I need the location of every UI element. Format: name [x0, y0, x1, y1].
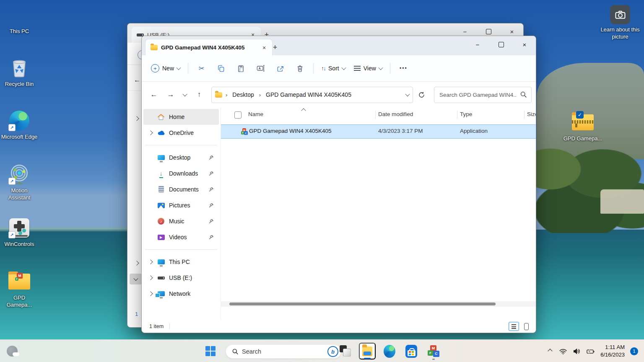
up-button[interactable]: ↑: [191, 87, 207, 102]
large-icons-view-button[interactable]: [521, 322, 532, 331]
background-expand-chevron-icon[interactable]: [134, 116, 139, 121]
motion-assistant-icon: ↗: [8, 163, 31, 185]
pin-icon: [209, 235, 214, 240]
taskbar-file-explorer-button[interactable]: [359, 343, 376, 359]
rename-button[interactable]: [251, 60, 270, 76]
view-icon: [354, 66, 361, 71]
desktop-icon-recycle-bin[interactable]: Recycle Bin: [1, 57, 38, 88]
select-all-checkbox[interactable]: [234, 111, 242, 119]
sidebar-item-home[interactable]: Home: [143, 109, 219, 125]
maximize-button[interactable]: [491, 37, 511, 52]
more-button[interactable]: •••: [394, 60, 413, 76]
selected-checkbox-icon[interactable]: ✓: [576, 111, 584, 119]
new-tab-button[interactable]: +: [269, 41, 281, 53]
breadcrumb-separator: ›: [225, 92, 228, 98]
pin-icon: [209, 171, 214, 176]
column-header-size[interactable]: Size: [527, 111, 536, 117]
column-header-name[interactable]: Name: [248, 111, 263, 117]
column-header-type[interactable]: Type: [460, 111, 472, 117]
taskbar-gpd-installer-button[interactable]: M F C: [425, 343, 442, 359]
sidebar-item-pictures[interactable]: Pictures: [143, 197, 219, 213]
volume-icon[interactable]: [573, 348, 581, 355]
desktop: This PC Recycle Bin ↗ Microsoft Edge: [0, 0, 644, 362]
paste-button[interactable]: [231, 60, 251, 76]
taskbar-search[interactable]: b: [226, 344, 341, 359]
explorer-search[interactable]: [434, 87, 532, 103]
expand-chevron-icon[interactable]: [148, 259, 153, 264]
share-button[interactable]: [270, 60, 290, 76]
sidebar-item-desktop[interactable]: Desktop: [143, 150, 219, 165]
copy-button[interactable]: [211, 60, 231, 76]
more-icon: •••: [400, 65, 408, 71]
horizontal-scrollbar[interactable]: [221, 301, 536, 307]
shortcut-arrow-icon: ↗: [8, 124, 16, 131]
start-button[interactable]: [202, 343, 219, 359]
sidebar-item-downloads[interactable]: ↓ Downloads: [143, 165, 219, 181]
status-bar: 1 item: [142, 320, 536, 333]
battery-charging-icon[interactable]: [586, 348, 595, 355]
command-bar: + New ✂: [142, 55, 536, 82]
active-app-indicator: [364, 358, 371, 359]
desktop-icon-gpd-zip[interactable]: ✓ GPD Gamepa...: [563, 111, 603, 142]
file-name: GPD Gamepad WIN4 X405K405: [249, 128, 332, 134]
sort-button[interactable]: ↑↓ Sort: [317, 62, 350, 75]
background-expand-chevron-icon[interactable]: [134, 261, 139, 265]
desktop-icon-wincontrols[interactable]: ↗ WinControls: [1, 217, 38, 248]
sort-ascending-icon: [301, 108, 306, 113]
column-header-date-modified[interactable]: Date modified: [378, 111, 413, 117]
taskbar-search-input[interactable]: [239, 348, 327, 355]
taskbar-clock[interactable]: 1:11 AM 6/16/2023: [600, 344, 625, 358]
sidebar-item-onedrive[interactable]: OneDrive: [143, 125, 219, 141]
tab-close-button[interactable]: ×: [260, 43, 269, 52]
background-back-button[interactable]: ←: [134, 76, 140, 84]
widgets-weather-icon[interactable]: [7, 346, 18, 357]
explorer-tabbar[interactable]: GPD Gamepad WIN4 X405K405 × + − ×: [142, 36, 536, 55]
view-button[interactable]: View: [350, 62, 387, 75]
microsoft-store-icon: [405, 345, 417, 358]
expand-chevron-icon[interactable]: [148, 291, 153, 296]
wifi-icon[interactable]: [559, 348, 567, 355]
pin-icon: [209, 203, 214, 208]
address-bar[interactable]: › Desktop › GPD Gamepad WIN4 X405K405: [211, 87, 413, 103]
wallpaper-rocks: [600, 189, 644, 214]
file-type: Application: [460, 128, 488, 134]
sidebar-item-videos[interactable]: ▶ Videos: [143, 229, 219, 245]
address-dropdown-chevron-icon[interactable]: [405, 92, 410, 96]
breadcrumb-current-folder[interactable]: GPD Gamepad WIN4 X405K405: [264, 90, 353, 99]
cut-button[interactable]: ✂: [192, 60, 211, 76]
tray-overflow-chevron-icon[interactable]: [548, 349, 552, 353]
expand-chevron-icon[interactable]: [148, 275, 153, 280]
minimize-button[interactable]: −: [468, 37, 487, 52]
breadcrumb-desktop[interactable]: Desktop: [231, 90, 255, 99]
desktop-icon-this-pc[interactable]: This PC: [1, 4, 38, 35]
background-collapse-button[interactable]: [130, 274, 142, 284]
notification-badge[interactable]: 1: [630, 347, 638, 355]
sidebar-item-this-pc[interactable]: This PC: [143, 254, 219, 270]
expand-chevron-icon[interactable]: [148, 130, 153, 135]
desktop-icon-microsoft-edge[interactable]: ↗ Microsoft Edge: [1, 110, 38, 141]
desktop-icon-gpd-folder[interactable]: M F GPD Gamepa...: [1, 271, 38, 309]
close-button[interactable]: ×: [515, 37, 534, 52]
refresh-button[interactable]: [414, 87, 429, 102]
sidebar-item-documents[interactable]: Documents: [143, 181, 219, 197]
sidebar-item-music[interactable]: ♪ Music: [143, 213, 219, 229]
shortcut-arrow-icon: ↗: [8, 178, 16, 185]
taskbar-edge-button[interactable]: [381, 343, 398, 359]
new-button[interactable]: + New: [147, 61, 184, 75]
file-row-selected[interactable]: M F C GPD Gamepad WIN4 X405K405 4/3/2023…: [221, 124, 536, 139]
back-button[interactable]: ←: [146, 87, 162, 102]
recent-locations-button[interactable]: [179, 87, 190, 102]
sidebar-item-usb-e[interactable]: USB (E:): [143, 270, 219, 286]
explorer-search-input[interactable]: [434, 87, 531, 103]
desktop-icon-motion-assistant[interactable]: ↗ Motion Assistant: [1, 163, 38, 202]
scrollbar-thumb[interactable]: [229, 303, 496, 305]
desktop-learn-about-picture[interactable]: Learn about this picture: [599, 5, 641, 41]
pin-icon: [209, 219, 214, 224]
task-view-button[interactable]: [337, 343, 354, 359]
forward-button[interactable]: →: [163, 87, 179, 102]
delete-button[interactable]: [290, 60, 310, 76]
explorer-tab[interactable]: GPD Gamepad WIN4 X405K405 ×: [145, 39, 273, 56]
sidebar-item-network[interactable]: Network: [143, 286, 219, 302]
details-view-button[interactable]: [509, 322, 519, 331]
taskbar-store-button[interactable]: [403, 343, 420, 359]
